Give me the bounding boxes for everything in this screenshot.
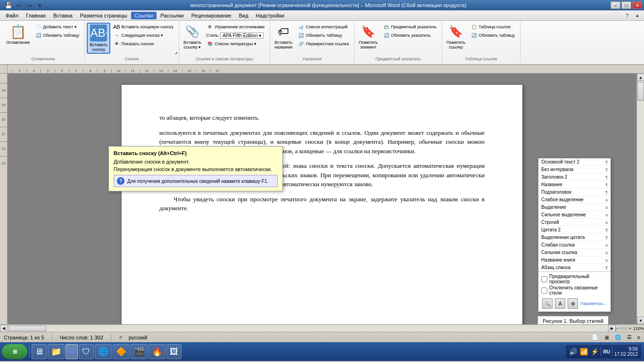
zoom-slider[interactable] [620, 328, 627, 329]
undo-button[interactable]: ↩ [14, 0, 24, 10]
mark-entry-button[interactable]: 🔖 Пометитьэлемент [356, 23, 380, 51]
cross-reference-button[interactable]: 🔗 Перекрестная ссылка [295, 40, 351, 48]
menu-review[interactable]: Рецензирование [188, 12, 235, 19]
style-panel[interactable]: Основной текст 2 ¶ Без интервала ¶ Загол… [538, 158, 611, 312]
insert-table-of-figures-button[interactable]: 📊 Список иллюстраций [295, 23, 351, 31]
style-item-vydelenie[interactable]: Выделение a [538, 204, 611, 211]
insert-footnote-button[interactable]: AB¹ Вставитьсноску [87, 23, 110, 54]
menu-layout[interactable]: Разметка страницы [76, 12, 131, 19]
menu-view[interactable]: Вид [235, 12, 252, 19]
menu-mailings[interactable]: Рассылки [157, 12, 187, 19]
tooltip-help-text: Для получения дополнительных сведений на… [127, 179, 268, 184]
menu-addins[interactable]: Надстройки [252, 12, 288, 19]
parameters-link[interactable]: Параметры... [580, 301, 606, 306]
close-button[interactable]: ✕ [632, 1, 642, 9]
zoom-minus[interactable]: − [616, 326, 619, 331]
document-scroll-area[interactable]: то абзацев, которые следует изменить. ис… [8, 74, 636, 324]
style-item-slabaya-ssylka[interactable]: Слабая ссылка a [538, 241, 611, 249]
scroll-right-button[interactable]: ▶ [608, 325, 616, 332]
taskbar-photoshop-btn[interactable]: 🖼 [166, 344, 182, 359]
taskbar-word-btn[interactable]: W [66, 344, 78, 359]
scroll-thumb[interactable] [637, 82, 644, 101]
quick-access-toolbar[interactable]: 💾 ↩ ↪ ▾ [2, 0, 46, 10]
scroll-up-button[interactable]: ▲ [637, 74, 644, 81]
taskbar-explorer-btn[interactable]: 🖥 [32, 344, 47, 359]
insert-endnote-button[interactable]: AB Вставить концевую сноску [110, 23, 176, 31]
new-style-button[interactable]: 🔍 [542, 298, 553, 309]
menu-file[interactable]: Файл [2, 12, 22, 19]
qat-dropdown-button[interactable]: ▾ [35, 0, 44, 10]
taskbar-orange-btn[interactable]: 🔶 [113, 344, 130, 359]
style-selector[interactable]: Стиль: APA Fifth Edition ▾ [204, 31, 267, 40]
taskbar-shield-btn[interactable]: 🛡 [79, 344, 94, 359]
style-item-silnoe-vydelenie[interactable]: Сильное выделение a [538, 211, 611, 219]
view-outline-icon[interactable]: ☰ [627, 334, 632, 340]
insert-caption-button[interactable]: 🏷 Вставитьназвание [272, 23, 295, 51]
insert-index-button[interactable]: 📇 Предметный указатель [380, 23, 439, 31]
footnotes-dialog-button[interactable]: ↗ [174, 51, 178, 56]
scroll-down-button[interactable]: ▼ [637, 317, 644, 324]
view-web-icon[interactable]: 🌐 [615, 334, 621, 340]
maximize-button[interactable]: □ [621, 1, 631, 9]
window-controls[interactable]: – □ ✕ [611, 1, 642, 9]
style-item-podzagolovok[interactable]: Подзаголовок ¶ [538, 189, 611, 196]
disable-linked-checkbox[interactable]: Отключить связанные стили [541, 285, 608, 296]
style-item-citata2[interactable]: Цитата 2 ¶ [538, 226, 611, 234]
start-button[interactable]: ⊞ [2, 344, 27, 359]
manage-styles-button[interactable]: ⚙ [568, 298, 578, 309]
mark-citation-button[interactable]: 🔖 Пометитьссылку [444, 23, 468, 51]
style-item-vydelennaya-citata[interactable]: Выделенная цитата ¶ [538, 234, 611, 241]
ribbon-collapse-button[interactable]: ▴ [633, 11, 642, 20]
zoom-plus[interactable]: + [629, 326, 631, 331]
disable-linked-checkbox-input[interactable] [541, 288, 547, 294]
preview-checkbox[interactable]: Предварительный просмотр [541, 274, 608, 284]
style-item-bez-intervala[interactable]: Без интервала ¶ [538, 166, 611, 173]
add-text-button[interactable]: 📄 Добавить текст ▾ [32, 23, 82, 31]
redo-button[interactable]: ↪ [25, 0, 34, 10]
minimize-button[interactable]: – [611, 1, 620, 9]
view-full-icon[interactable]: 🖥 [604, 335, 609, 340]
next-footnote-button[interactable]: → Следующая сноска ▾ [110, 31, 176, 40]
update-index-button[interactable]: 🔄 Обновить указатель [380, 31, 439, 40]
taskbar-folder-btn[interactable]: 📁 [48, 344, 65, 359]
preview-checkbox-input[interactable] [541, 276, 547, 282]
show-notes-button[interactable]: 👁 Показать сноски [110, 40, 176, 48]
horizontal-scrollbar[interactable]: ◀ ▶ − + 110% [0, 324, 644, 332]
taskbar-flash-btn[interactable]: 🔥 [149, 344, 165, 359]
taskbar-browser-btn[interactable]: 🌐 [95, 344, 112, 359]
style-item-silnaya-ssylka[interactable]: Сильная ссылка a [538, 249, 611, 256]
view-draft-icon[interactable]: ≡ [637, 335, 640, 340]
style-name: Заголовок 2 [541, 174, 567, 180]
update-toc-button[interactable]: 🔄 Обновить таблицу [32, 31, 82, 40]
style-item-nazvanie-knigi[interactable]: Название книги a [538, 256, 611, 264]
toc-button[interactable]: 📋 Оглавление [4, 23, 32, 46]
save-button[interactable]: 💾 [4, 0, 13, 10]
scroll-track[interactable] [637, 81, 644, 317]
style-item-slaboe-vydelenie[interactable]: Слабое выделение a [538, 196, 611, 204]
h-scroll-thumb[interactable] [8, 326, 46, 331]
style-item-abzac-spiska[interactable]: Абзац списка ¶ [538, 264, 611, 272]
insert-citation-table-button[interactable]: 📋 Таблица ссылок [468, 23, 517, 31]
bibliography-button[interactable]: 📚 Список литературы ▾ [204, 40, 267, 48]
view-normal-icon[interactable]: 📄 [592, 334, 598, 340]
update-table-button[interactable]: 🔄 Обновить таблицу [295, 31, 351, 40]
menu-home[interactable]: Главная [22, 12, 50, 19]
menu-references[interactable]: Ссылки [131, 12, 157, 19]
style-item-strogij[interactable]: Строгий a [538, 219, 611, 226]
style-value[interactable]: APA Fifth Edition ▾ [220, 33, 264, 39]
insert-citation-button[interactable]: 📎 Вставитьссылку ▾ [181, 23, 204, 51]
help-button[interactable]: ? [622, 11, 632, 20]
style-name: Сильное выделение [541, 212, 586, 217]
vertical-scrollbar[interactable]: ▲ ▼ [636, 74, 644, 324]
h-scroll-track[interactable] [8, 325, 608, 332]
document-page[interactable]: то абзацев, которые следует изменить. ис… [122, 85, 522, 324]
style-item-osnovnoj-tekst[interactable]: Основной текст 2 ¶ [538, 158, 611, 166]
manage-sources-button[interactable]: ⚙ Управление источниками [204, 23, 267, 31]
menu-insert[interactable]: Вставка [50, 12, 76, 19]
style-item-zagolovok2[interactable]: Заголовок 2 ¶ [538, 173, 611, 181]
update-citation-table-button[interactable]: 🔄 Обновить таблицу [468, 31, 517, 40]
style-inspector-button[interactable]: A [555, 298, 565, 309]
style-item-nazvanie[interactable]: Название ¶ [538, 181, 611, 189]
taskbar-video-btn[interactable]: 🎬 [131, 344, 148, 359]
scroll-left-button[interactable]: ◀ [0, 325, 8, 332]
